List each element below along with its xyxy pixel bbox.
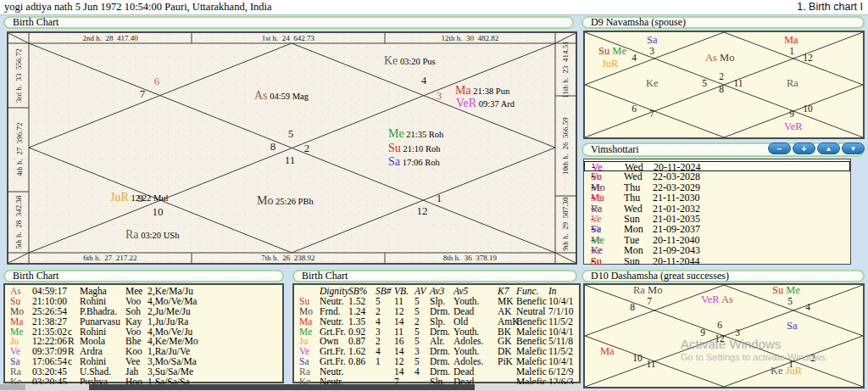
- sign-number: 7: [647, 297, 652, 307]
- d10-panel-title: D10 Dashamsha (great successes): [581, 270, 865, 282]
- house-cusp-label: 1st h. 24 642.73: [192, 33, 385, 43]
- house-cusp-label: 9th h. 29 507.30: [555, 196, 576, 253]
- planet-label: Ra Mo: [633, 285, 662, 296]
- sign-number: 4: [421, 75, 427, 86]
- chart-selector-label: 1. Birth chart I: [797, 1, 863, 13]
- house-cusp-label: 2nd h. 28 417.40: [29, 33, 192, 43]
- planet-label: Ke 03:20 Pus: [384, 55, 436, 67]
- sign-number: 12: [417, 205, 428, 216]
- collapse-button[interactable]: −: [768, 142, 791, 154]
- planet-label: As 04:59 Mag: [254, 90, 309, 102]
- move-down-button[interactable]: ▼: [842, 142, 865, 154]
- d9-panel-title: D9 Navamsha (spouse): [581, 16, 865, 29]
- sign-number: 11: [646, 360, 655, 370]
- sign-number: 8: [630, 303, 635, 313]
- table-row: MoFrnd.1.242125Drm.DeadAKNeutral7/1/10: [294, 307, 579, 317]
- planet-label: Ma: [600, 346, 615, 357]
- planet-label: Sa 17:06 Roh: [388, 156, 440, 168]
- planet-label: VeR As: [701, 294, 733, 305]
- dasha-period-row[interactable]: Ve-SuWed22-03-2028: [584, 171, 850, 182]
- planet-table-panel-title: Birth Chart: [3, 270, 284, 282]
- horizontal-scrollbar-track[interactable]: [25, 384, 89, 390]
- planet-label: JuR 12:22 Mul: [110, 192, 168, 204]
- horizontal-scrollbar-thumb[interactable]: [0, 384, 25, 390]
- sign-number: 12: [803, 53, 813, 64]
- sign-number: 3: [649, 47, 654, 57]
- planet-label: VeR: [784, 121, 803, 132]
- planet-label: Ra 03:20 USh: [125, 229, 179, 241]
- house-cusp-label: 10th h. 26 566.59: [555, 96, 576, 196]
- activate-windows-watermark: Activate Windows: [681, 337, 781, 351]
- planet-label: Ke JuR: [771, 366, 802, 377]
- horizontal-scrollbar-segment[interactable]: [89, 384, 475, 390]
- sign-number: 5: [288, 128, 294, 139]
- expand-button[interactable]: +: [793, 142, 815, 154]
- move-down-icon: ▼: [850, 145, 857, 153]
- table-row: Su21:10:00RohiniVoo4,Mo/Ve/Ma: [5, 297, 282, 307]
- table-row: Mo25:26:54P.Bhadra.Soh2,Ju/Me/Ju: [5, 307, 282, 317]
- sign-number: 11: [733, 79, 743, 89]
- chart-grid-lines: [8, 33, 576, 263]
- d10-dashamsha-chart: 785469312101121Ra MoVeR AsSu MeSaMaKe Ju…: [583, 283, 865, 388]
- title-bar: yogi adtiya nath 5 Jun 1972 10:54:00 Pau…: [0, 0, 868, 15]
- dignity-table-panel-title: Birth Chart: [292, 270, 577, 282]
- vimshottari-title-text: Vimshottari: [591, 143, 639, 155]
- expand-icon: +: [802, 144, 807, 154]
- move-up-icon: ▲: [826, 145, 832, 153]
- sign-number: 10: [632, 354, 643, 364]
- planet-label: Sa: [647, 35, 658, 46]
- planet-label: JuR: [602, 59, 618, 70]
- vimshottari-dasha-list: Ve-VeWed20-11-2024Ve-SuWed22-03-2028Ve-M…: [583, 159, 851, 265]
- sign-number: 4: [632, 53, 637, 64]
- sign-number: 1: [789, 47, 794, 57]
- sign-number: 10: [803, 104, 813, 115]
- sign-number: 7: [140, 88, 146, 99]
- sign-number: 2: [719, 72, 724, 82]
- planet-label: Sa: [787, 321, 798, 332]
- planet-label: Ma 21:38 Pun: [455, 85, 509, 97]
- dasha-period-row[interactable]: Su-SuSun20-11-2044: [584, 256, 850, 266]
- dasha-period-row[interactable]: Ve-KeMon21-09-2043: [584, 245, 850, 255]
- planet-label: Su 21:10 Roh: [388, 142, 440, 154]
- sign-number: 8: [719, 85, 724, 95]
- birth-chart-panel-title: Birth Chart: [3, 16, 574, 29]
- table-row: Ma21:38:27PunarvasuKay1,Ju/Ju/Ra: [5, 317, 282, 327]
- dasha-period-row[interactable]: Ve-MaThu21-11-2030: [584, 193, 850, 203]
- planet-label: Ke: [646, 78, 659, 89]
- chart-person-details: yogi adtiya nath 5 Jun 1972 10:54:00 Pau…: [4, 1, 272, 14]
- sign-number: 11: [285, 154, 296, 165]
- d9-navamsha-chart: 341122511867109SaSu MeJuRAs MoMaKeRaVeR: [583, 31, 865, 139]
- house-cusp-label: 6th h. 27 217.22: [29, 253, 192, 263]
- sign-number: 7: [649, 109, 654, 120]
- sign-number: 4: [805, 303, 810, 313]
- planet-label: Ma: [784, 35, 798, 46]
- house-cusp-label: 3rd h. 33 556.72: [8, 43, 29, 108]
- house-cusp-label: 5th h. 28 342.38: [8, 192, 29, 253]
- planet-label: Su Me: [598, 46, 626, 57]
- sign-number: 1: [437, 193, 442, 204]
- birth-chart-north-indian: 2nd h. 28 417.40 1st h. 24 642.73 12th h…: [7, 31, 577, 265]
- house-cusp-label: 12th h. 30 482.82: [385, 33, 555, 43]
- collapse-icon: −: [777, 144, 782, 154]
- horizontal-scrollbar-track[interactable]: [475, 384, 581, 390]
- activate-windows-watermark-subtext: Go to Settings to activate Windows.: [681, 352, 828, 362]
- sign-number: 3: [437, 90, 442, 101]
- planet-longitude-table: As04:59:17MaghaMee2,Ke/Ma/JuSu21:10:00Ro…: [3, 283, 284, 383]
- dasha-period-row[interactable]: Ve-SaMon21-09-2037: [584, 224, 850, 234]
- table-row: SuNeutr.1.525115Slp.Youth.MKBenefic10/4/…: [294, 297, 579, 307]
- planet-label: VeR 09:37 Ard: [456, 98, 515, 109]
- sign-number: 8: [270, 141, 276, 152]
- planet-label: Mo 25:26 PBh: [257, 195, 314, 207]
- house-cusp-label: 8th h. 36 378.19: [385, 253, 555, 263]
- planet-label: Su Me: [772, 285, 800, 296]
- sign-number: 9: [789, 109, 794, 120]
- sign-number: 5: [702, 79, 707, 89]
- sign-number: 6: [632, 104, 637, 115]
- house-cusp-label: 11th h. 23 414.51: [555, 43, 576, 96]
- planet-label: Me 21:35 Roh: [388, 128, 443, 140]
- sign-number: 2: [304, 142, 310, 154]
- planet-label: As Mo: [705, 53, 734, 64]
- planet-label: Ra: [787, 78, 798, 89]
- move-up-button[interactable]: ▲: [817, 142, 840, 154]
- sign-number: 6: [717, 321, 722, 331]
